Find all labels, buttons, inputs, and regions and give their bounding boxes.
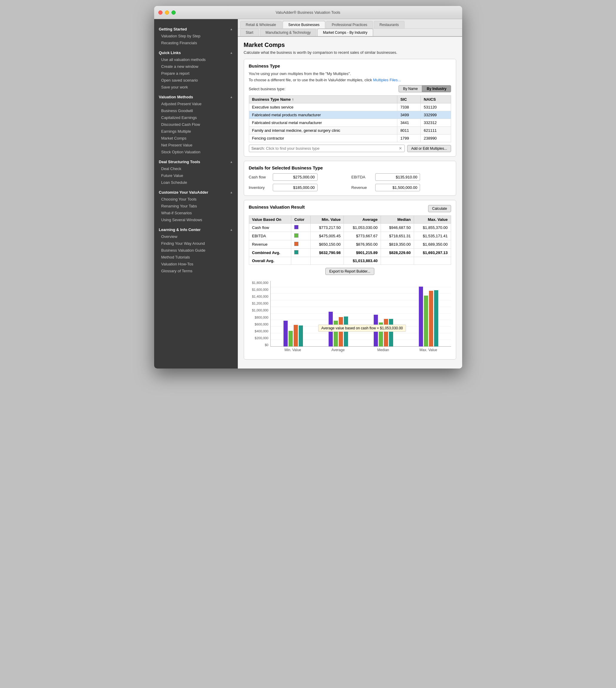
sidebar-item[interactable]: Using Several Windows — [154, 216, 238, 223]
multiples-files-link[interactable]: Multiples Files... — [373, 78, 401, 82]
export-row: Export to Report Builder... — [249, 268, 451, 275]
sidebar-item[interactable]: Choosing Your Tools — [154, 196, 238, 202]
content-area: Market Comps Calculate what the business… — [238, 37, 462, 368]
sidebar-item[interactable]: Renaming Your Tabs — [154, 202, 238, 210]
sidebar-item[interactable]: Business Goodwill — [154, 107, 238, 114]
tab-start[interactable]: Start — [240, 29, 259, 36]
detail-label: Inventory — [249, 185, 270, 190]
sidebar-item[interactable]: Net Present Value — [154, 142, 238, 149]
sidebar-item[interactable]: Finding Your Way Around — [154, 240, 238, 247]
btn-by-name[interactable]: By Name — [398, 85, 422, 92]
detail-input[interactable] — [375, 173, 420, 181]
bar — [339, 317, 343, 346]
select-label: Select business type: — [249, 87, 286, 91]
detail-row-ebitda: EBITDA — [351, 173, 451, 181]
sidebar-item[interactable]: Future Value — [154, 172, 238, 179]
tab-manufacturing-&-technology[interactable]: Manufacturing & Technology — [260, 29, 316, 36]
sidebar-item[interactable]: Capitalized Earnings — [154, 114, 238, 121]
y-axis-label: $1,600,000 — [249, 288, 268, 292]
detail-label: EBITDA — [351, 175, 372, 179]
col-header-sic[interactable]: SIC — [397, 95, 421, 103]
detail-row-revenue: Revenue — [351, 184, 451, 191]
sidebar-item[interactable]: Method Tutorials — [154, 254, 238, 261]
bar — [294, 325, 298, 346]
table-row[interactable]: Fabricated structural metal manufacturer… — [249, 119, 451, 127]
sidebar-section-getting-started[interactable]: Getting Started▲ — [154, 24, 238, 33]
bar — [289, 331, 293, 346]
y-axis-label: $200,000 — [249, 336, 268, 340]
search-row: Search: ✕ Add or Edit Multiples... — [249, 145, 451, 152]
result-col-header: Average — [344, 216, 381, 223]
tab-row-1: Retail & WholesaleService BusinessesProf… — [238, 19, 462, 29]
detail-input[interactable] — [273, 173, 317, 181]
sidebar-item[interactable]: Loan Schedule — [154, 179, 238, 186]
chart-bars-area: Average value based on cash flow = $1,05… — [270, 281, 451, 347]
app-body: Getting Started▲Valuation Step by StepRe… — [154, 19, 462, 368]
table-row[interactable]: Fabricated metal products manufacturer34… — [249, 111, 451, 119]
sidebar-item[interactable]: Open saved scenario — [154, 77, 238, 84]
page-title: Market Comps — [244, 42, 456, 48]
detail-label: Cash flow — [249, 175, 270, 179]
btn-by-industry[interactable]: By Industry — [422, 85, 451, 92]
business-type-desc2: To choose a different file, or to use th… — [249, 78, 451, 82]
chevron-icon: ▲ — [230, 95, 233, 99]
sidebar-item[interactable]: Valuation How-Tos — [154, 261, 238, 267]
sidebar-item[interactable]: Valuation Step by Step — [154, 33, 238, 40]
search-input[interactable] — [266, 146, 399, 151]
sidebar-item[interactable]: Glossary of Terms — [154, 267, 238, 274]
business-type-section: Business Type You're using your own mult… — [244, 59, 456, 157]
sidebar-item[interactable]: Use all valuation methods — [154, 56, 238, 63]
col-header-name[interactable]: Business Type Name ↑ — [249, 95, 397, 103]
sidebar-section-valuation-methods[interactable]: Valuation Methods▲ — [154, 92, 238, 101]
table-row[interactable]: Fencing contractor1799238990 — [249, 134, 451, 142]
sidebar-item[interactable]: Adjusted Present Value — [154, 101, 238, 107]
sidebar-item[interactable]: Market Comps — [154, 135, 238, 142]
sidebar-section-customize[interactable]: Customize Your ValuAdder▲ — [154, 188, 238, 196]
chart-tooltip: Average value based on cash flow = $1,05… — [318, 325, 406, 332]
chevron-icon: ▲ — [230, 228, 233, 231]
sidebar-section-deal-structuring[interactable]: Deal Structuring Tools▲ — [154, 157, 238, 165]
sidebar-section-learning[interactable]: Learning & Info Center▲ — [154, 225, 238, 233]
tab-professional-practices[interactable]: Professional Practices — [326, 21, 373, 28]
color-swatch — [294, 242, 299, 246]
select-row: Select business type: By Name By Industr… — [249, 85, 451, 92]
sidebar-item[interactable]: Stock Option Valuation — [154, 149, 238, 155]
sidebar-item[interactable]: Recasting Financials — [154, 40, 238, 46]
calculate-button[interactable]: Calculate — [428, 205, 451, 212]
minimize-button[interactable] — [165, 10, 169, 15]
sidebar-item[interactable]: Earnings Multiple — [154, 128, 238, 135]
sidebar-item[interactable]: Prepare a report — [154, 70, 238, 77]
detail-input[interactable] — [273, 184, 317, 191]
result-col-header: Min. Value — [311, 216, 344, 223]
sidebar-item[interactable]: What-if Scenarios — [154, 210, 238, 216]
bar — [429, 291, 433, 346]
bar — [419, 287, 423, 346]
result-title: Business Valuation Result — [249, 205, 305, 210]
close-button[interactable] — [158, 10, 162, 15]
maximize-button[interactable] — [172, 10, 176, 15]
search-label: Search: — [251, 146, 265, 151]
table-row[interactable]: Family and internal medicine, general su… — [249, 127, 451, 134]
sidebar-section-quick-links[interactable]: Quick Links▲ — [154, 48, 238, 56]
result-col-header: Median — [380, 216, 414, 223]
table-row[interactable]: Executive suites service7338531120 — [249, 103, 451, 111]
sidebar-item[interactable]: Deal Check — [154, 165, 238, 172]
col-header-naics[interactable]: NAICS — [421, 95, 451, 103]
sidebar-item[interactable]: Overview — [154, 233, 238, 240]
chart-container: $1,800,000$1,600,000$1,400,000$1,200,000… — [249, 281, 451, 347]
color-swatch — [294, 250, 299, 254]
sidebar-item[interactable]: Discounted Cash Flow — [154, 121, 238, 128]
clear-icon[interactable]: ✕ — [399, 146, 402, 151]
tab-restaurants[interactable]: Restaurants — [374, 21, 404, 28]
sidebar-item[interactable]: Create a new window — [154, 63, 238, 70]
chevron-icon: ▲ — [230, 191, 233, 194]
tab-service-businesses[interactable]: Service Businesses — [283, 21, 325, 28]
x-axis-label: Min. Value — [270, 348, 315, 352]
sidebar-item[interactable]: Business Valuation Guide — [154, 247, 238, 254]
sidebar-item[interactable]: Save your work — [154, 84, 238, 90]
export-button[interactable]: Export to Report Builder... — [325, 268, 374, 275]
detail-input[interactable] — [375, 184, 420, 191]
add-edit-button[interactable]: Add or Edit Multiples... — [407, 145, 451, 152]
tab-market-comps---by-industry[interactable]: Market Comps - By Industry — [317, 29, 373, 36]
tab-retail-&-wholesale[interactable]: Retail & Wholesale — [240, 21, 282, 28]
